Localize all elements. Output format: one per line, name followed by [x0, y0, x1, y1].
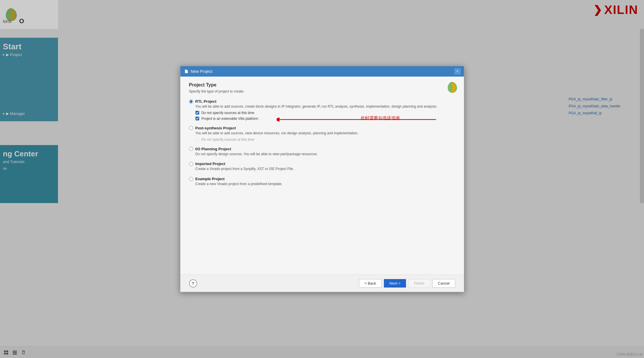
rtl-project-desc: You will be able to add sources, create …: [195, 104, 455, 109]
cancel-button[interactable]: Cancel: [432, 279, 455, 288]
dialog-title-area: New Project: [184, 69, 213, 74]
back-button[interactable]: < Back: [359, 279, 382, 288]
footer-right: < Back Next > Finish Cancel: [359, 279, 455, 288]
imported-project-radio[interactable]: [189, 162, 193, 166]
post-synthesis-radio[interactable]: [189, 126, 193, 130]
vivado-brand-icon: [447, 81, 458, 95]
post-synthesis-desc: You will be able to add sources, view de…: [195, 131, 455, 136]
example-project-text: Example Project: [195, 177, 225, 181]
project-type-group: RTL Project You will be able to add sour…: [189, 99, 455, 187]
post-synthesis-no-sources-checkbox: [195, 138, 199, 141]
vitis-platform-checkbox-row: Project is an extensible Vitis platform …: [195, 117, 455, 121]
dialog-title-text: New Project: [191, 69, 213, 74]
imported-project-label[interactable]: Imported Project: [189, 162, 455, 166]
io-planning-option: I/O Planning Project Do not specify desi…: [189, 147, 455, 157]
imported-project-desc: Create a Vivado project from a Synplify,…: [195, 167, 455, 171]
vitis-platform-checkbox[interactable]: [195, 117, 199, 120]
no-sources-checkbox-row: Do not specify sources at this time: [195, 111, 455, 115]
dialog-titlebar: New Project ×: [180, 66, 464, 77]
io-planning-label[interactable]: I/O Planning Project: [189, 147, 455, 151]
imported-project-option: Imported Project Create a Vivado project…: [189, 162, 455, 171]
annotation-text: 此时需要勾选该选项: [361, 115, 400, 121]
help-button[interactable]: ?: [189, 279, 197, 288]
io-planning-text: I/O Planning Project: [195, 147, 231, 151]
dialog-title-icon: [184, 69, 188, 74]
next-button[interactable]: Next >: [384, 279, 406, 288]
post-synthesis-option: Post-synthesis Project You will be able …: [189, 126, 455, 142]
example-project-option: Example Project Create a new Vivado proj…: [189, 177, 455, 187]
dialog-body: Project Type Specify the type of project…: [180, 77, 464, 274]
post-synthesis-text: Post-synthesis Project: [195, 126, 236, 130]
rtl-project-option: RTL Project You will be able to add sour…: [189, 99, 455, 121]
no-sources-checkbox[interactable]: [195, 111, 199, 115]
dialog-close-button[interactable]: ×: [455, 68, 460, 74]
example-project-radio[interactable]: [189, 177, 193, 181]
post-synthesis-label[interactable]: Post-synthesis Project: [189, 126, 455, 130]
vitis-platform-label: Project is an extensible Vitis platform: [202, 117, 258, 121]
footer-left: ?: [189, 279, 197, 288]
dialog-footer: ? < Back Next > Finish Cancel: [180, 274, 464, 292]
no-sources-label: Do not specify sources at this time: [202, 111, 255, 115]
new-project-dialog: New Project × Project Type Specify the t…: [180, 66, 464, 292]
section-subtitle: Specify the type of project to create.: [189, 89, 455, 93]
rtl-project-text: RTL Project: [195, 99, 217, 104]
post-synthesis-checkbox-row: Do not specify sources at this time: [195, 138, 455, 142]
rtl-project-radio[interactable]: [189, 100, 193, 104]
post-synthesis-no-sources-label: Do not specify sources at this time: [202, 138, 255, 142]
section-title: Project Type: [189, 82, 455, 88]
io-planning-radio[interactable]: [189, 147, 193, 151]
rtl-project-label[interactable]: RTL Project: [189, 99, 455, 104]
finish-button: Finish: [408, 279, 430, 288]
example-project-desc: Create a new Vivado project from a prede…: [195, 182, 455, 187]
io-planning-desc: Do not specify design sources. You will …: [195, 152, 455, 157]
imported-project-text: Imported Project: [195, 162, 225, 166]
example-project-label[interactable]: Example Project: [189, 177, 455, 181]
